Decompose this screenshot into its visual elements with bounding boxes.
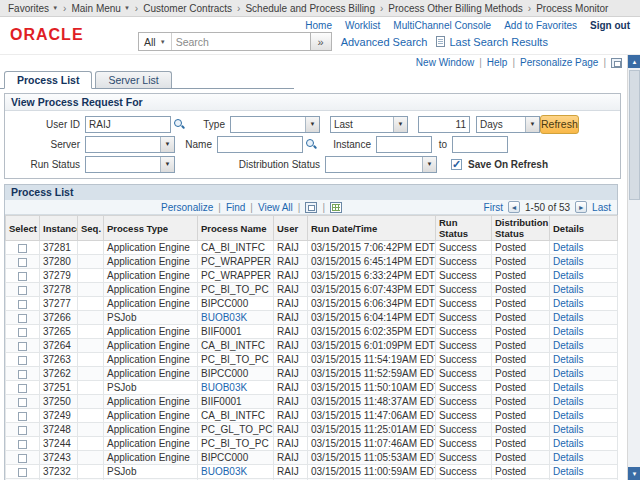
nav-link-multichannel-console[interactable]: MultiChannel Console [393, 20, 491, 31]
details-link[interactable]: Details [553, 410, 584, 421]
details-link[interactable]: Details [553, 312, 584, 323]
nav-link-home[interactable]: Home [305, 20, 332, 31]
column-header-select[interactable]: Select [6, 216, 40, 241]
details-link[interactable]: Details [553, 270, 584, 281]
last-dropdown[interactable]: Last▼ [330, 116, 408, 133]
download-to-excel-icon[interactable] [330, 202, 342, 213]
next-page-icon[interactable]: ► [575, 201, 587, 213]
column-header-instance[interactable]: Instance [40, 216, 78, 241]
tab-server-list[interactable]: Server List [95, 71, 171, 88]
column-header-seq-[interactable]: Seq. [78, 216, 104, 241]
popout-icon[interactable] [305, 202, 317, 213]
refresh-button[interactable]: Refresh [540, 115, 579, 134]
table-row: 37280Application EnginePC_WRAPPERRAIJ03/… [6, 255, 618, 269]
details-link[interactable]: Details [553, 284, 584, 295]
find-link[interactable]: Find [226, 202, 245, 213]
breadcrumb-item-customer-contracts[interactable]: Customer Contracts [143, 3, 232, 14]
scrollbar-thumb[interactable] [629, 70, 640, 200]
breadcrumb-item-process-monitor[interactable]: Process Monitor [536, 3, 608, 14]
last-link[interactable]: Last [592, 202, 611, 213]
days-unit-dropdown[interactable]: Days▼ [476, 116, 540, 133]
distribution-status-dropdown[interactable]: ▼ [325, 156, 437, 173]
previous-page-icon[interactable]: ◄ [508, 201, 520, 213]
row-select-checkbox[interactable] [18, 258, 27, 267]
details-link[interactable]: Details [553, 354, 584, 365]
column-header-user[interactable]: User [274, 216, 308, 241]
run-status-dropdown[interactable]: ▼ [85, 156, 175, 173]
server-dropdown[interactable]: ▼ [85, 136, 175, 153]
column-header-run-status[interactable]: Run Status [436, 216, 492, 241]
scroll-down-icon[interactable]: ▼ [628, 467, 640, 480]
type-dropdown[interactable]: ▼ [230, 116, 320, 133]
column-header-distribution-status[interactable]: Distribution Status [492, 216, 550, 241]
details-link[interactable]: Details [553, 340, 584, 351]
row-select-checkbox[interactable] [18, 384, 27, 393]
name-lookup-icon[interactable] [305, 138, 318, 151]
details-link[interactable]: Details [553, 368, 584, 379]
details-link[interactable]: Details [553, 256, 584, 267]
details-link[interactable]: Details [553, 242, 584, 253]
nav-link-worklist[interactable]: Worklist [345, 20, 380, 31]
cell-select [6, 311, 40, 325]
row-select-checkbox[interactable] [18, 328, 27, 337]
row-select-checkbox[interactable] [18, 370, 27, 379]
process-name-link[interactable]: BUOB03K [201, 312, 247, 323]
breadcrumb-item-process-other-billing-methods[interactable]: Process Other Billing Methods [388, 3, 523, 14]
details-link[interactable]: Details [553, 298, 584, 309]
column-header-run-date-time[interactable]: Run Date/Time [308, 216, 436, 241]
row-select-checkbox[interactable] [18, 356, 27, 365]
breadcrumb-item-favorites[interactable]: Favorites▼ [8, 3, 58, 14]
process-name-link[interactable]: BUOB03K [201, 466, 247, 477]
breadcrumb-item-main-menu[interactable]: Main Menu▼ [71, 3, 129, 14]
row-select-checkbox[interactable] [18, 398, 27, 407]
first-link[interactable]: First [484, 202, 503, 213]
details-link[interactable]: Details [553, 424, 584, 435]
user-id-input[interactable] [85, 116, 171, 133]
view-all-link[interactable]: View All [258, 202, 293, 213]
search-go-button[interactable]: » [310, 33, 331, 50]
column-header-process-type[interactable]: Process Type [104, 216, 198, 241]
advanced-search-link[interactable]: Advanced Search [341, 36, 428, 48]
scroll-up-icon[interactable]: ▲ [628, 55, 640, 68]
row-select-checkbox[interactable] [18, 244, 27, 253]
personalize-link[interactable]: Personalize [161, 202, 213, 213]
details-link[interactable]: Details [553, 452, 584, 463]
page-link-new-window[interactable]: New Window [416, 57, 474, 68]
user-id-lookup-icon[interactable] [173, 118, 186, 131]
column-header-details[interactable]: Details [550, 216, 618, 241]
days-count-input[interactable] [418, 116, 470, 133]
row-select-checkbox[interactable] [18, 342, 27, 351]
instance-from-input[interactable] [376, 136, 432, 153]
row-select-checkbox[interactable] [18, 286, 27, 295]
row-select-checkbox[interactable] [18, 440, 27, 449]
last-search-results[interactable]: Last Search Results [436, 36, 547, 48]
page-link-help[interactable]: Help [487, 57, 508, 68]
row-select-checkbox[interactable] [18, 426, 27, 435]
row-select-checkbox[interactable] [18, 314, 27, 323]
row-select-checkbox[interactable] [18, 454, 27, 463]
details-link[interactable]: Details [553, 438, 584, 449]
nav-link-sign-out[interactable]: Sign out [590, 20, 630, 31]
row-select-checkbox[interactable] [18, 300, 27, 309]
tab-process-list[interactable]: Process List [4, 71, 92, 89]
copy-url-icon[interactable] [611, 58, 622, 68]
search-scope-dropdown[interactable]: All▼ [139, 33, 171, 50]
nav-link-add-to-favorites[interactable]: Add to Favorites [504, 20, 577, 31]
row-select-checkbox[interactable] [18, 412, 27, 421]
search-input[interactable] [172, 33, 310, 50]
save-on-refresh-checkbox[interactable] [451, 159, 462, 170]
details-link[interactable]: Details [553, 382, 584, 393]
details-link[interactable]: Details [553, 396, 584, 407]
details-link[interactable]: Details [553, 326, 584, 337]
details-link[interactable]: Details [553, 466, 584, 477]
name-input[interactable] [217, 136, 303, 153]
column-header-process-name[interactable]: Process Name [198, 216, 274, 241]
instance-to-input[interactable] [452, 136, 508, 153]
cell-seq [78, 311, 104, 325]
row-select-checkbox[interactable] [18, 272, 27, 281]
row-select-checkbox[interactable] [18, 468, 27, 477]
process-name-link[interactable]: BUOB03K [201, 382, 247, 393]
page-link-personalize-page[interactable]: Personalize Page [520, 57, 598, 68]
breadcrumb-item-schedule-and-process-billing[interactable]: Schedule and Process Billing [245, 3, 375, 14]
vertical-scrollbar[interactable]: ▲ ▼ [627, 55, 640, 480]
